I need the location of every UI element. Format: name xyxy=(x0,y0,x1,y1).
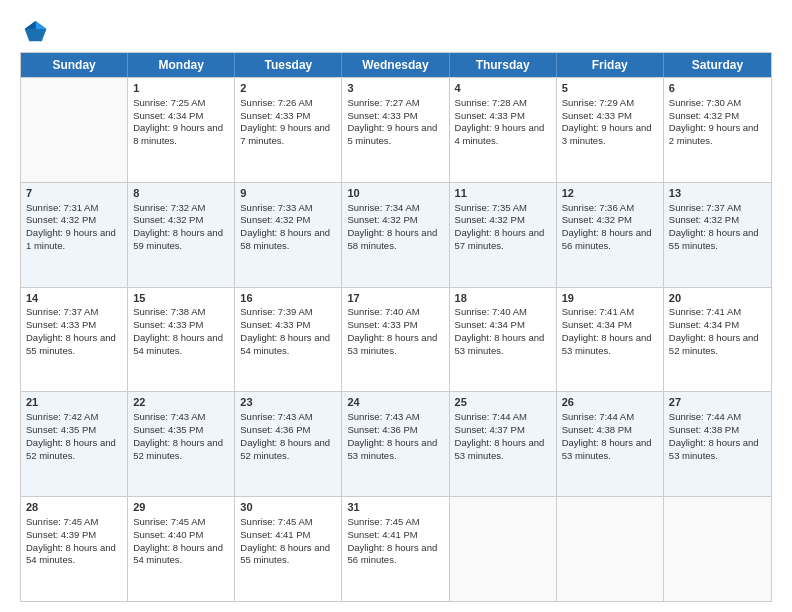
header xyxy=(20,18,772,46)
daylight-text: Daylight: 9 hours and 5 minutes. xyxy=(347,122,437,146)
day-number: 29 xyxy=(133,500,229,515)
daylight-text: Daylight: 9 hours and 8 minutes. xyxy=(133,122,223,146)
day-cell-28: 28Sunrise: 7:45 AMSunset: 4:39 PMDayligh… xyxy=(21,497,128,601)
header-day-friday: Friday xyxy=(557,53,664,77)
day-cell-17: 17Sunrise: 7:40 AMSunset: 4:33 PMDayligh… xyxy=(342,288,449,392)
header-day-sunday: Sunday xyxy=(21,53,128,77)
header-day-monday: Monday xyxy=(128,53,235,77)
sunrise-text: Sunrise: 7:27 AM xyxy=(347,97,419,108)
day-cell-25: 25Sunrise: 7:44 AMSunset: 4:37 PMDayligh… xyxy=(450,392,557,496)
sunrise-text: Sunrise: 7:37 AM xyxy=(26,306,98,317)
daylight-text: Daylight: 9 hours and 7 minutes. xyxy=(240,122,330,146)
sunset-text: Sunset: 4:35 PM xyxy=(133,424,203,435)
day-number: 7 xyxy=(26,186,122,201)
day-cell-24: 24Sunrise: 7:43 AMSunset: 4:36 PMDayligh… xyxy=(342,392,449,496)
sunset-text: Sunset: 4:32 PM xyxy=(669,110,739,121)
day-number: 31 xyxy=(347,500,443,515)
page: SundayMondayTuesdayWednesdayThursdayFrid… xyxy=(0,0,792,612)
sunrise-text: Sunrise: 7:45 AM xyxy=(26,516,98,527)
day-number: 9 xyxy=(240,186,336,201)
day-number: 2 xyxy=(240,81,336,96)
daylight-text: Daylight: 8 hours and 55 minutes. xyxy=(240,542,330,566)
svg-marker-1 xyxy=(36,21,47,29)
sunset-text: Sunset: 4:33 PM xyxy=(26,319,96,330)
calendar-row-1: 7Sunrise: 7:31 AMSunset: 4:32 PMDaylight… xyxy=(21,182,771,287)
sunrise-text: Sunrise: 7:40 AM xyxy=(455,306,527,317)
sunset-text: Sunset: 4:33 PM xyxy=(240,110,310,121)
day-cell-30: 30Sunrise: 7:45 AMSunset: 4:41 PMDayligh… xyxy=(235,497,342,601)
sunset-text: Sunset: 4:35 PM xyxy=(26,424,96,435)
calendar-row-3: 21Sunrise: 7:42 AMSunset: 4:35 PMDayligh… xyxy=(21,391,771,496)
sunrise-text: Sunrise: 7:32 AM xyxy=(133,202,205,213)
sunrise-text: Sunrise: 7:35 AM xyxy=(455,202,527,213)
sunrise-text: Sunrise: 7:33 AM xyxy=(240,202,312,213)
day-cell-13: 13Sunrise: 7:37 AMSunset: 4:32 PMDayligh… xyxy=(664,183,771,287)
sunset-text: Sunset: 4:32 PM xyxy=(455,214,525,225)
daylight-text: Daylight: 8 hours and 54 minutes. xyxy=(133,332,223,356)
header-day-tuesday: Tuesday xyxy=(235,53,342,77)
sunset-text: Sunset: 4:37 PM xyxy=(455,424,525,435)
day-number: 10 xyxy=(347,186,443,201)
day-number: 21 xyxy=(26,395,122,410)
daylight-text: Daylight: 8 hours and 56 minutes. xyxy=(562,227,652,251)
day-number: 22 xyxy=(133,395,229,410)
sunset-text: Sunset: 4:33 PM xyxy=(455,110,525,121)
sunrise-text: Sunrise: 7:44 AM xyxy=(669,411,741,422)
day-cell-10: 10Sunrise: 7:34 AMSunset: 4:32 PMDayligh… xyxy=(342,183,449,287)
daylight-text: Daylight: 8 hours and 54 minutes. xyxy=(26,542,116,566)
calendar-row-2: 14Sunrise: 7:37 AMSunset: 4:33 PMDayligh… xyxy=(21,287,771,392)
day-number: 8 xyxy=(133,186,229,201)
day-number: 11 xyxy=(455,186,551,201)
sunset-text: Sunset: 4:34 PM xyxy=(455,319,525,330)
daylight-text: Daylight: 8 hours and 52 minutes. xyxy=(669,332,759,356)
sunrise-text: Sunrise: 7:45 AM xyxy=(240,516,312,527)
daylight-text: Daylight: 8 hours and 52 minutes. xyxy=(133,437,223,461)
daylight-text: Daylight: 8 hours and 54 minutes. xyxy=(240,332,330,356)
day-number: 28 xyxy=(26,500,122,515)
header-day-thursday: Thursday xyxy=(450,53,557,77)
sunset-text: Sunset: 4:32 PM xyxy=(26,214,96,225)
day-number: 1 xyxy=(133,81,229,96)
day-number: 26 xyxy=(562,395,658,410)
sunrise-text: Sunrise: 7:45 AM xyxy=(347,516,419,527)
daylight-text: Daylight: 8 hours and 53 minutes. xyxy=(562,332,652,356)
sunset-text: Sunset: 4:38 PM xyxy=(669,424,739,435)
daylight-text: Daylight: 9 hours and 2 minutes. xyxy=(669,122,759,146)
sunrise-text: Sunrise: 7:41 AM xyxy=(562,306,634,317)
day-cell-2: 2Sunrise: 7:26 AMSunset: 4:33 PMDaylight… xyxy=(235,78,342,182)
sunset-text: Sunset: 4:34 PM xyxy=(133,110,203,121)
day-cell-21: 21Sunrise: 7:42 AMSunset: 4:35 PMDayligh… xyxy=(21,392,128,496)
header-day-saturday: Saturday xyxy=(664,53,771,77)
daylight-text: Daylight: 8 hours and 53 minutes. xyxy=(562,437,652,461)
sunset-text: Sunset: 4:38 PM xyxy=(562,424,632,435)
day-number: 24 xyxy=(347,395,443,410)
daylight-text: Daylight: 8 hours and 53 minutes. xyxy=(455,332,545,356)
day-cell-5: 5Sunrise: 7:29 AMSunset: 4:33 PMDaylight… xyxy=(557,78,664,182)
sunset-text: Sunset: 4:41 PM xyxy=(240,529,310,540)
sunrise-text: Sunrise: 7:42 AM xyxy=(26,411,98,422)
day-number: 23 xyxy=(240,395,336,410)
daylight-text: Daylight: 9 hours and 4 minutes. xyxy=(455,122,545,146)
day-cell-9: 9Sunrise: 7:33 AMSunset: 4:32 PMDaylight… xyxy=(235,183,342,287)
empty-cell xyxy=(664,497,771,601)
sunset-text: Sunset: 4:33 PM xyxy=(562,110,632,121)
empty-cell xyxy=(450,497,557,601)
sunset-text: Sunset: 4:39 PM xyxy=(26,529,96,540)
empty-cell xyxy=(21,78,128,182)
daylight-text: Daylight: 8 hours and 59 minutes. xyxy=(133,227,223,251)
calendar-body: 1Sunrise: 7:25 AMSunset: 4:34 PMDaylight… xyxy=(21,77,771,601)
sunrise-text: Sunrise: 7:31 AM xyxy=(26,202,98,213)
sunrise-text: Sunrise: 7:43 AM xyxy=(133,411,205,422)
logo-icon xyxy=(20,18,48,46)
day-number: 19 xyxy=(562,291,658,306)
sunset-text: Sunset: 4:33 PM xyxy=(133,319,203,330)
day-number: 20 xyxy=(669,291,766,306)
day-cell-8: 8Sunrise: 7:32 AMSunset: 4:32 PMDaylight… xyxy=(128,183,235,287)
sunrise-text: Sunrise: 7:30 AM xyxy=(669,97,741,108)
sunset-text: Sunset: 4:32 PM xyxy=(240,214,310,225)
daylight-text: Daylight: 8 hours and 53 minutes. xyxy=(347,332,437,356)
sunrise-text: Sunrise: 7:25 AM xyxy=(133,97,205,108)
sunrise-text: Sunrise: 7:28 AM xyxy=(455,97,527,108)
sunset-text: Sunset: 4:33 PM xyxy=(347,110,417,121)
daylight-text: Daylight: 8 hours and 52 minutes. xyxy=(240,437,330,461)
